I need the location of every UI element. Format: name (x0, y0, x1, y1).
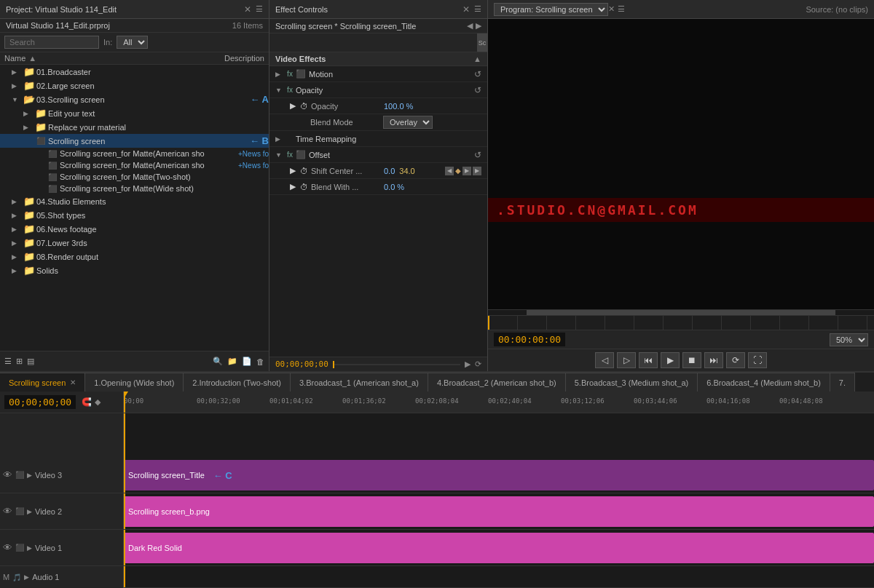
tab-opening[interactable]: 1.Opening (Wide shot) (85, 373, 184, 392)
motion-reset-icon[interactable]: ↺ (474, 69, 481, 79)
program-close-icon[interactable]: ✕ (608, 4, 615, 14)
track-video2: 👁 ⬛ ▶ Video 2 Scrolling screen_b.png (0, 493, 874, 530)
track-v2-clip[interactable]: Scrolling screen_b.png (124, 496, 874, 527)
fx-row-time-remap[interactable]: ▶ Time Remapping (269, 131, 487, 147)
blend-mode-select[interactable]: Overlay (383, 116, 433, 129)
tab-broadcast1[interactable]: 3.Broadcast_1 (American shot_a) (291, 373, 428, 392)
zoom-icon[interactable]: 🔍 (213, 357, 223, 366)
tab-broadcast3[interactable]: 5.Broadcast_3 (Medium shot_a) (566, 373, 698, 392)
program-scrollbar[interactable] (488, 309, 874, 315)
play-btn[interactable]: ▶ (661, 352, 680, 368)
fx-row-motion[interactable]: ▶ fx ⬛ Motion ↺ (269, 66, 487, 82)
tree-item-replace-material[interactable]: ▶ 📁 Replace your material (0, 120, 269, 134)
tree-item-lower-3rds[interactable]: ▶ 📁 07.Lower 3rds (0, 236, 269, 250)
tree-item-render-output[interactable]: ▶ 📁 08.Render output (0, 250, 269, 263)
tab-close-scrolling[interactable]: ✕ (70, 378, 76, 386)
fx-playbar[interactable] (333, 364, 460, 365)
tab-7[interactable]: 7. (830, 373, 855, 392)
track-v3-eye[interactable]: 👁 (3, 469, 12, 480)
track-v2-expand[interactable]: ▶ (27, 508, 32, 515)
tree-item-news-footage[interactable]: ▶ 📁 06.News footage (0, 222, 269, 236)
icon-view-icon[interactable]: ⊞ (16, 357, 23, 366)
track-v2-eye[interactable]: 👁 (3, 506, 12, 517)
kf-prev-btn[interactable]: ◀ (445, 167, 454, 175)
offset-expand-arrow[interactable]: ▼ (275, 151, 284, 159)
tree-item-scrolling-screen-folder[interactable]: ▼ 📂 03.Scrolling screen ← A (0, 92, 269, 106)
tree-item-broadcaster[interactable]: ▶ 📁 01.Broadcaster (0, 65, 269, 79)
tab-broadcast4[interactable]: 6.Broadcast_4 (Medium shot_b) (698, 373, 830, 392)
offset-reset-icon[interactable]: ↺ (474, 150, 481, 160)
mark-in-btn[interactable]: ◁ (595, 352, 614, 368)
tree-item-edit-text[interactable]: ▶ 📁 Edit your text (0, 106, 269, 120)
timeline-marker-icon[interactable]: ◆ (95, 397, 101, 407)
mark-out-btn[interactable]: ▷ (617, 352, 636, 368)
tree-item-scrolling-screen-clip[interactable]: ⬛ Scrolling screen ← B (0, 134, 269, 148)
stop-btn[interactable]: ⏹ (682, 352, 701, 368)
ruler-t3: 00;01;36;02 (342, 397, 415, 406)
tab-introduction[interactable]: 2.Introduction (Two-shot) (184, 373, 291, 392)
tab-broadcast2[interactable]: 4.Broadcast_2 (American shot_b) (428, 373, 566, 392)
opacity-reset-icon[interactable]: ↺ (474, 85, 481, 95)
fx-play-btn[interactable]: ▶ (465, 359, 471, 369)
full-btn[interactable]: ⛶ (748, 352, 767, 368)
project-menu-icon[interactable]: ☰ (256, 4, 263, 14)
shift-value1[interactable]: 0.0 (384, 167, 395, 175)
expand-arrow: ▶ (12, 239, 22, 247)
track-a1-toggle[interactable]: M (3, 573, 9, 581)
tree-item-solids[interactable]: ▶ 📁 Solids (0, 263, 269, 277)
list-view-icon[interactable]: ☰ (4, 357, 12, 366)
fx-row-offset[interactable]: ▼ fx ⬛ Offset ↺ (269, 147, 487, 163)
tab-scrolling-screen[interactable]: Scrolling screen ✕ (0, 373, 85, 392)
program-menu-icon[interactable]: ☰ (618, 4, 625, 14)
step-back-btn[interactable]: ⏮ (639, 352, 658, 368)
time-remap-expand[interactable]: ▶ (275, 135, 284, 143)
track-v1-eye[interactable]: 👁 (3, 542, 12, 553)
program-panel: Program: Scrolling screen ✕ ☰ Source: (n… (488, 0, 874, 371)
blend-sub-arrow[interactable]: ▶ (290, 182, 300, 191)
tree-item-shot-types[interactable]: ▶ 📁 05.Shot types (0, 208, 269, 222)
track-a1-expand[interactable]: ▶ (24, 573, 29, 581)
shift-value2[interactable]: 34.0 (399, 167, 414, 175)
track-v3-expand[interactable]: ▶ (27, 472, 32, 479)
in-select[interactable]: All (117, 36, 148, 49)
program-dropdown[interactable]: Program: Scrolling screen (494, 3, 608, 16)
kf-add-btn[interactable]: ▶ (473, 167, 481, 175)
track-v1-clip[interactable]: Dark Red Solid (124, 533, 874, 563)
annotation-c: ← C (213, 470, 232, 481)
fx-menu-icon[interactable]: ☰ (474, 4, 481, 14)
search-input[interactable] (4, 36, 99, 49)
project-title: Project: Virtual Studio 114_Edit (6, 5, 117, 14)
motion-expand-arrow[interactable]: ▶ (275, 71, 284, 78)
fx-row-opacity[interactable]: ▼ fx Opacity ↺ (269, 82, 487, 98)
project-close-icon[interactable]: ✕ (244, 4, 251, 15)
tree-item-matte-wide[interactable]: ⬛ Scrolling screen_for Matte(Wide shot) (0, 183, 269, 194)
blend-with-value[interactable]: 0.0 % (384, 183, 404, 191)
tree-item-matte-american-2[interactable]: ⬛ Scrolling screen_for Matte(American sh… (0, 159, 269, 171)
track-v3-clip[interactable]: Scrolling screen_Title ← C (124, 460, 874, 490)
fx-loop-btn[interactable]: ⟳ (475, 359, 481, 369)
fx-section-expand-icon[interactable]: ▲ (473, 55, 481, 63)
step-fwd-btn[interactable]: ⏭ (704, 352, 723, 368)
kf-diamond-icon[interactable]: ◆ (455, 167, 461, 175)
opacity-expand-arrow[interactable]: ▼ (275, 87, 284, 94)
tree-item-large-screen[interactable]: ▶ 📁 02.Large screen (0, 79, 269, 92)
opacity-sub-arrow[interactable]: ▶ (290, 101, 300, 111)
timeline-snap-icon[interactable]: 🧲 (82, 397, 92, 407)
fx-close-icon[interactable]: ✕ (462, 4, 470, 15)
tree-item-matte-two[interactable]: ⬛ Scrolling screen_for Matte(Two-shot) (0, 171, 269, 183)
ruler-playhead-handle[interactable] (124, 392, 128, 397)
fx-nav-right[interactable]: ▶ (476, 21, 481, 31)
fx-nav-left[interactable]: ◀ (467, 21, 473, 31)
delete-icon[interactable]: 🗑 (256, 357, 264, 366)
shift-sub-arrow[interactable]: ▶ (290, 166, 300, 175)
zoom-select[interactable]: 50% (830, 333, 868, 346)
track-v1-expand[interactable]: ▶ (27, 544, 32, 552)
loop-btn[interactable]: ⟳ (726, 352, 745, 368)
new-folder-icon[interactable]: 📁 (227, 357, 237, 366)
tree-item-matte-american-1[interactable]: ⬛ Scrolling screen_for Matte(American sh… (0, 148, 269, 159)
solids-label: Solids (36, 266, 269, 275)
new-item-icon[interactable]: 📄 (242, 357, 252, 366)
freeform-icon[interactable]: ▤ (27, 357, 34, 366)
kf-next-btn[interactable]: ▶ (462, 167, 471, 175)
tree-item-studio-elements[interactable]: ▶ 📁 04.Studio Elements (0, 194, 269, 208)
